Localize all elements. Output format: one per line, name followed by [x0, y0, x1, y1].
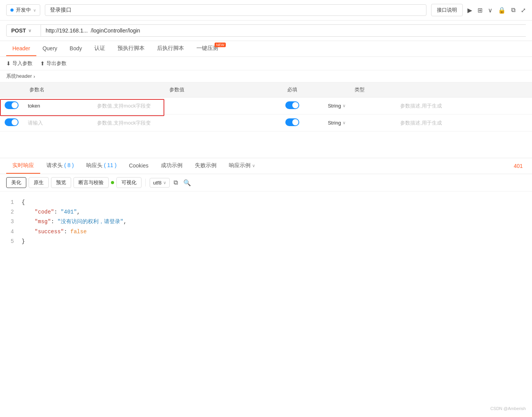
tab-query[interactable]: Query	[36, 41, 63, 56]
method-label: POST	[11, 27, 26, 34]
top-bar: 开发中 ∨ 接口说明 ▶ ⊞ ∨ 🔒 ⧉ ⤢	[0, 0, 532, 21]
tabs-bar: Header Query Body 认证 预执行脚本 后执行脚本 一键压测 NE…	[0, 41, 532, 57]
req-header-count: (	[64, 162, 66, 168]
line-num-2: 2	[6, 207, 14, 217]
expand-icon[interactable]: ⤢	[521, 7, 526, 14]
import-icon: ⬇	[6, 60, 11, 67]
env-label: 开发中	[16, 7, 31, 14]
raw-btn[interactable]: 原生	[29, 177, 49, 188]
params-table: 参数名 参数值 必填 类型	[0, 82, 532, 132]
response-tab-cookies[interactable]: Cookies	[123, 159, 155, 173]
code-line-5: 5 }	[6, 237, 526, 246]
resp-example-chevron: ∨	[252, 163, 255, 168]
row1-desc-cell[interactable]: 参数描述,用于生成	[396, 97, 532, 115]
line-num-1: 1	[6, 198, 14, 207]
row1-required-cell	[261, 97, 323, 115]
method-select[interactable]: POST ∨	[6, 24, 41, 37]
col-desc	[396, 82, 532, 97]
env-dot	[10, 9, 14, 12]
api-doc-button[interactable]: 接口说明	[431, 4, 463, 16]
response-tab-success[interactable]: 成功示例	[155, 158, 189, 174]
grid-icon[interactable]: ⊞	[477, 7, 483, 14]
row1-value-placeholder: 参数值,支持mock字段变	[97, 103, 151, 109]
tab-body[interactable]: Body	[63, 41, 88, 56]
row2-value-placeholder: 参数值,支持mock字段变	[97, 120, 151, 126]
line-num-3: 3	[6, 217, 14, 227]
params-table-header: 参数名 参数值 必填 类型	[0, 82, 532, 97]
code-line-4: 4 "success": false	[6, 227, 526, 237]
row2-name-cell[interactable]: 请输入	[23, 115, 92, 132]
table-row: token 参数值,支持mock字段变 String ∨ 参数描述,用于生成	[0, 97, 532, 115]
import-params-btn[interactable]: ⬇ 导入参数	[6, 60, 32, 67]
export-icon: ⬆	[40, 60, 45, 67]
table-row: 请输入 参数值,支持mock字段变 String ∨ 参数描述,用于生成	[0, 115, 532, 132]
beautify-btn[interactable]: 美化	[6, 177, 26, 188]
preview-btn[interactable]: 预览	[51, 177, 71, 188]
type-chevron-2: ∨	[343, 120, 346, 125]
response-tab-example[interactable]: 响应示例 ∨	[223, 158, 261, 174]
search-response-icon[interactable]: 🔍	[182, 178, 193, 187]
row2-required-toggle[interactable]	[285, 118, 299, 126]
system-header-chevron: ›	[33, 73, 35, 79]
tab-pre-script[interactable]: 预执行脚本	[111, 41, 151, 56]
tab-header[interactable]: Header	[6, 41, 36, 56]
api-name-input[interactable]	[45, 4, 426, 16]
response-toolbar: 美化 原生 预览 断言与校验 可视化 utf8 ∨ ⧉ 🔍	[0, 174, 532, 191]
response-tab-realtime[interactable]: 实时响应	[6, 158, 40, 174]
type-chevron: ∨	[343, 103, 346, 108]
code-line-2: 2 "code": "401",	[6, 207, 526, 217]
line-content-3: "msg": "没有访问的权利，请登录",	[22, 217, 526, 227]
chevron-down-icon-2[interactable]: ∨	[488, 7, 493, 14]
chevron-down-icon: ∨	[33, 8, 36, 12]
row1-required-toggle[interactable]	[285, 101, 299, 109]
copy-response-icon[interactable]: ⧉	[172, 178, 179, 187]
line-content-5: }	[22, 237, 526, 246]
encoding-chevron: ∨	[163, 180, 166, 185]
assert-btn[interactable]: 断言与校验	[73, 177, 109, 188]
row2-desc-cell[interactable]: 参数描述,用于生成	[396, 115, 532, 132]
line-num-5: 5	[6, 237, 14, 246]
separator	[145, 179, 146, 186]
row1-toggle[interactable]	[5, 101, 19, 109]
code-line-1: 1 {	[6, 198, 526, 207]
response-tab-fail[interactable]: 失败示例	[189, 158, 223, 174]
row2-value-cell[interactable]: 参数值,支持mock字段变	[92, 115, 261, 132]
tab-stress[interactable]: 一键压测 NEW	[190, 41, 224, 56]
response-tab-req-header[interactable]: 请求头 ( 8 )	[40, 158, 80, 174]
new-badge: NEW	[215, 43, 226, 47]
url-bar: POST ∨	[0, 21, 532, 41]
row1-value-cell[interactable]: 参数值,支持mock字段变	[92, 97, 261, 115]
row2-toggle-cell	[0, 115, 23, 132]
row2-toggle[interactable]	[5, 118, 19, 126]
line-content-2: "code": "401",	[22, 207, 526, 217]
system-header[interactable]: 系统header ›	[0, 70, 532, 82]
response-tab-resp-header[interactable]: 响应头 ( 11 )	[80, 158, 123, 174]
play-icon[interactable]: ▶	[467, 7, 472, 14]
code-viewer: 1 { 2 "code": "401", 3 "msg": "没有访问的权利，请…	[0, 191, 532, 253]
row1-toggle-cell	[0, 97, 23, 115]
col-param-value: 参数值	[92, 82, 261, 97]
row1-type-select[interactable]: String ∨	[328, 103, 391, 109]
visualize-btn[interactable]: 可视化	[116, 177, 142, 188]
row2-type-select[interactable]: String ∨	[328, 120, 391, 126]
assert-btn-wrap: 断言与校验	[73, 177, 114, 188]
export-params-btn[interactable]: ⬆ 导出参数	[40, 60, 66, 67]
lock-icon[interactable]: 🔒	[498, 7, 506, 14]
row1-type-cell[interactable]: String ∨	[323, 97, 396, 115]
tab-auth[interactable]: 认证	[88, 41, 111, 56]
url-input[interactable]	[41, 24, 526, 37]
tab-post-script[interactable]: 后执行脚本	[151, 41, 190, 56]
row1-param-name: token	[28, 103, 40, 109]
req-header-count-close: )	[72, 162, 74, 168]
row1-name-cell[interactable]: token	[23, 97, 92, 115]
copy-icon[interactable]: ⧉	[511, 7, 515, 14]
response-tabs-bar: 实时响应 请求头 ( 8 ) 响应头 ( 11 ) Cookies 成功示例 失…	[0, 158, 532, 174]
row2-type-cell[interactable]: String ∨	[323, 115, 396, 132]
response-section: 实时响应 请求头 ( 8 ) 响应头 ( 11 ) Cookies 成功示例 失…	[0, 158, 532, 253]
env-selector[interactable]: 开发中 ∨	[6, 4, 40, 16]
line-num-4: 4	[6, 227, 14, 237]
encoding-select[interactable]: utf8 ∨	[150, 178, 170, 188]
response-status-code: 401	[511, 163, 526, 169]
line-content-4: "success": false	[22, 227, 526, 237]
col-param-name: 参数名	[23, 82, 92, 97]
